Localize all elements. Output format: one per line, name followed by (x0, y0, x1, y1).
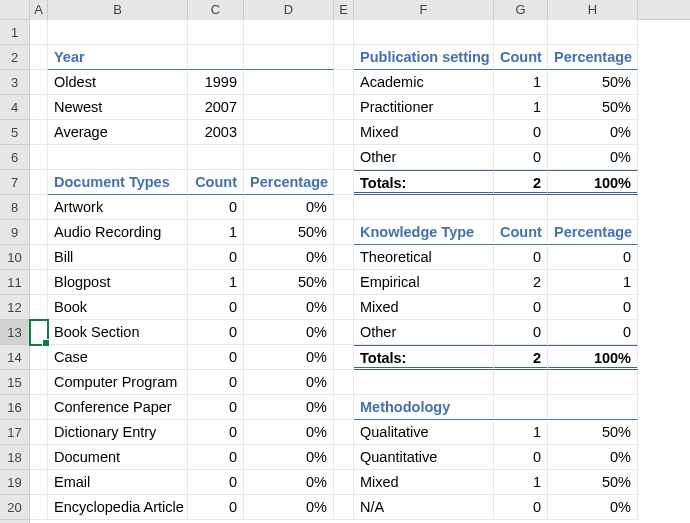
doctype-pct[interactable]: 0% (244, 470, 334, 495)
row-header-16[interactable]: 16 (0, 395, 29, 420)
cell[interactable] (334, 95, 354, 120)
knowtype-label[interactable]: Mixed (354, 295, 494, 320)
doctype-label[interactable]: Document (48, 445, 188, 470)
knowtype-title[interactable]: Knowledge Type (354, 220, 494, 245)
cell[interactable] (244, 95, 334, 120)
col-header-A[interactable]: A (30, 0, 48, 20)
cell[interactable] (30, 70, 48, 95)
cell[interactable] (30, 45, 48, 70)
cell[interactable] (334, 420, 354, 445)
doctype-pct[interactable]: 0% (244, 370, 334, 395)
cell[interactable] (30, 95, 48, 120)
select-all-corner[interactable] (0, 0, 30, 20)
doctype-label[interactable]: Email (48, 470, 188, 495)
doctype-label[interactable]: Book (48, 295, 188, 320)
doctype-pct[interactable]: 0% (244, 295, 334, 320)
pubset-count[interactable]: 1 (494, 95, 548, 120)
row-header-19[interactable]: 19 (0, 470, 29, 495)
row-header-1[interactable]: 1 (0, 20, 29, 45)
knowtype-label[interactable]: Other (354, 320, 494, 345)
cell[interactable] (30, 295, 48, 320)
row-header-6[interactable]: 6 (0, 145, 29, 170)
knowtype-label[interactable]: Empirical (354, 270, 494, 295)
col-header-E[interactable]: E (334, 0, 354, 20)
knowtype-count[interactable]: 0 (494, 320, 548, 345)
cell[interactable] (48, 145, 188, 170)
col-header-H[interactable]: H (548, 0, 638, 20)
cell[interactable] (188, 45, 244, 70)
doctype-label[interactable]: Blogpost (48, 270, 188, 295)
knowtype-count[interactable]: 0 (494, 245, 548, 270)
cell[interactable] (30, 370, 48, 395)
year-value[interactable]: 2007 (188, 95, 244, 120)
methodology-count[interactable]: 0 (494, 495, 548, 520)
year-label[interactable]: Average (48, 120, 188, 145)
cell[interactable] (334, 320, 354, 345)
pubset-totals-count[interactable]: 2 (494, 170, 548, 195)
doctype-count[interactable]: 0 (188, 245, 244, 270)
doctype-count[interactable]: 0 (188, 495, 244, 520)
cell[interactable] (30, 120, 48, 145)
doctype-count[interactable]: 0 (188, 445, 244, 470)
cell[interactable] (334, 20, 354, 45)
methodology-label[interactable]: N/A (354, 495, 494, 520)
year-label[interactable]: Oldest (48, 70, 188, 95)
cell[interactable] (354, 20, 494, 45)
cell[interactable] (334, 495, 354, 520)
cell[interactable] (30, 195, 48, 220)
row-header-5[interactable]: 5 (0, 120, 29, 145)
cell[interactable] (494, 195, 548, 220)
col-header-D[interactable]: D (244, 0, 334, 20)
methodology-title[interactable]: Methodology (354, 395, 494, 420)
doctype-label[interactable]: Artwork (48, 195, 188, 220)
cell[interactable] (244, 120, 334, 145)
cell[interactable] (30, 445, 48, 470)
year-title[interactable]: Year (48, 45, 188, 70)
cell[interactable] (30, 270, 48, 295)
fill-handle-icon[interactable] (42, 339, 50, 347)
pubset-label[interactable]: Academic (354, 70, 494, 95)
doctype-count[interactable]: 0 (188, 320, 244, 345)
cell[interactable] (334, 270, 354, 295)
cell[interactable] (334, 445, 354, 470)
methodology-count[interactable]: 1 (494, 420, 548, 445)
row-header-9[interactable]: 9 (0, 220, 29, 245)
cell[interactable] (494, 370, 548, 395)
row-header-15[interactable]: 15 (0, 370, 29, 395)
doctype-count[interactable]: 0 (188, 395, 244, 420)
pubset-label[interactable]: Mixed (354, 120, 494, 145)
methodology-pct[interactable]: 0% (548, 445, 638, 470)
methodology-pct[interactable]: 50% (548, 470, 638, 495)
cell[interactable] (244, 45, 334, 70)
row-header-18[interactable]: 18 (0, 445, 29, 470)
knowtype-totals-label[interactable]: Totals: (354, 345, 494, 370)
pubset-pct[interactable]: 0% (548, 120, 638, 145)
cell[interactable] (188, 20, 244, 45)
methodology-count[interactable]: 0 (494, 445, 548, 470)
cell[interactable] (494, 20, 548, 45)
cell[interactable] (548, 370, 638, 395)
cell[interactable] (334, 470, 354, 495)
pubset-totals-label[interactable]: Totals: (354, 170, 494, 195)
pubset-totals-pct[interactable]: 100% (548, 170, 638, 195)
doctype-label[interactable]: Bill (48, 245, 188, 270)
pubset-title[interactable]: Publication setting (354, 45, 494, 70)
cell[interactable] (334, 370, 354, 395)
row-header-2[interactable]: 2 (0, 45, 29, 70)
col-header-G[interactable]: G (494, 0, 548, 20)
doctype-label[interactable]: Conference Paper (48, 395, 188, 420)
year-value[interactable]: 2003 (188, 120, 244, 145)
row-header-11[interactable]: 11 (0, 270, 29, 295)
cell[interactable] (30, 220, 48, 245)
doctype-pct[interactable]: 0% (244, 320, 334, 345)
pubset-pct-hdr[interactable]: Percentage (548, 45, 638, 70)
pubset-pct[interactable]: 50% (548, 70, 638, 95)
cell[interactable] (30, 170, 48, 195)
year-label[interactable]: Newest (48, 95, 188, 120)
doctype-pct[interactable]: 0% (244, 445, 334, 470)
row-header-8[interactable]: 8 (0, 195, 29, 220)
cell[interactable] (334, 145, 354, 170)
cell[interactable] (354, 195, 494, 220)
knowtype-pct[interactable]: 0 (548, 320, 638, 345)
cell[interactable] (30, 420, 48, 445)
